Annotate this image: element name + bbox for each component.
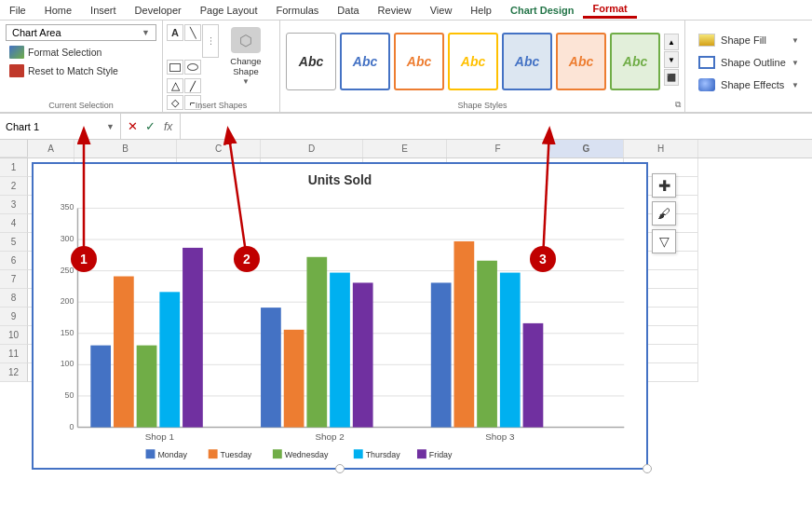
chart-add-btn[interactable]: ✚ — [652, 173, 676, 198]
row-number: 10 — [0, 326, 28, 345]
shape-effects-arrow: ▼ — [792, 81, 799, 89]
menu-insert[interactable]: Insert — [81, 3, 126, 18]
formula-x-btn[interactable]: ✕ — [125, 119, 141, 133]
svg-rect-31 — [431, 282, 452, 427]
swatches-expand-btn[interactable]: ⬛ — [664, 69, 679, 86]
change-shape-btn[interactable]: ⬡ Change Shape ▼ — [221, 24, 271, 89]
format-selection-icon — [9, 46, 24, 59]
chart-overlay[interactable]: Units Sold 0 50 100 150 200 250 300 350 — [32, 162, 648, 470]
svg-rect-37 — [146, 449, 156, 458]
chart-area-dropdown[interactable]: Chart Area ▼ — [6, 24, 156, 41]
style-swatch-3[interactable]: Abc — [394, 33, 444, 90]
svg-rect-34 — [500, 273, 521, 428]
chart-area-label: Chart Area — [12, 27, 142, 38]
formula-controls: ✕ ✓ fx — [121, 114, 181, 139]
svg-text:Units Sold: Units Sold — [308, 172, 372, 187]
menu-formulas[interactable]: Formulas — [267, 3, 329, 18]
menu-data[interactable]: Data — [328, 3, 368, 18]
shape-rect-btn[interactable] — [167, 60, 183, 75]
col-header-g[interactable]: G — [549, 140, 624, 157]
svg-rect-25 — [261, 308, 281, 427]
chart-brush-btn[interactable]: 🖌 — [652, 201, 676, 226]
row-number: 9 — [0, 308, 28, 326]
col-header-d[interactable]: D — [261, 140, 363, 157]
current-selection-label: Current Selection — [0, 101, 162, 110]
svg-text:Shop 3: Shop 3 — [485, 431, 515, 442]
svg-rect-19 — [90, 346, 111, 428]
chart-side-buttons: ✚ 🖌 ▽ — [652, 173, 676, 253]
svg-rect-29 — [353, 282, 373, 427]
shape-more-btn[interactable]: ⋯ — [202, 24, 219, 58]
svg-rect-32 — [453, 241, 474, 428]
swatches-down-btn[interactable]: ▼ — [664, 51, 679, 68]
svg-text:Thursday: Thursday — [366, 450, 401, 459]
shapes-grid: A ╲ ⋯ △ ╱ ◇ ⌐ — [167, 24, 219, 110]
chart-filter-btn[interactable]: ▽ — [652, 229, 676, 253]
shape-line-btn[interactable]: ╲ — [184, 24, 201, 41]
col-header-c[interactable]: C — [177, 140, 261, 157]
svg-rect-43 — [354, 449, 363, 458]
style-swatch-2[interactable]: Abc — [340, 33, 390, 90]
format-selection-btn[interactable]: Format Selection — [6, 44, 156, 61]
col-header-h[interactable]: H — [624, 140, 698, 157]
name-box-arrow[interactable]: ▼ — [106, 122, 115, 131]
style-swatch-5[interactable]: Abc — [502, 33, 552, 90]
menu-file[interactable]: File — [0, 3, 35, 18]
shape-fill-btn[interactable]: Shape Fill ▼ — [693, 31, 805, 49]
shape-outline-btn[interactable]: Shape Outline ▼ — [693, 53, 805, 72]
shape-effects-icon — [698, 78, 715, 91]
formula-check-btn[interactable]: ✓ — [142, 119, 158, 133]
ribbon: Chart Area ▼ Format Selection Reset to M… — [0, 21, 812, 114]
change-shape-label: Change Shape — [225, 56, 266, 77]
svg-rect-22 — [159, 292, 180, 427]
svg-text:Monday: Monday — [157, 450, 187, 459]
svg-rect-26 — [284, 330, 304, 428]
shape-outline-arrow: ▼ — [792, 59, 799, 67]
style-swatch-6[interactable]: Abc — [556, 33, 606, 90]
style-swatch-1[interactable]: Abc — [286, 33, 336, 90]
formula-input[interactable] — [181, 114, 812, 139]
shape-triangle-btn[interactable]: △ — [167, 78, 183, 93]
shape-arrow-btn[interactable]: ╱ — [184, 78, 201, 93]
reset-match-style-btn[interactable]: Reset to Match Style — [6, 62, 156, 79]
svg-text:350: 350 — [61, 202, 74, 212]
col-header-a[interactable]: A — [28, 140, 74, 157]
svg-text:200: 200 — [61, 296, 74, 306]
shape-fill-label: Shape Fill — [721, 34, 766, 46]
style-swatch-4[interactable]: Abc — [448, 33, 498, 90]
shape-oval-btn[interactable] — [184, 60, 201, 75]
menu-chart-design[interactable]: Chart Design — [501, 3, 583, 18]
shape-text-btn[interactable]: A — [167, 24, 183, 41]
shape-effects-btn[interactable]: Shape Effects ▼ — [693, 75, 805, 94]
shape-styles-expand[interactable]: ⧉ — [675, 100, 681, 110]
style-swatch-7[interactable]: Abc — [610, 33, 660, 90]
menu-review[interactable]: Review — [369, 3, 421, 18]
row-number: 5 — [0, 233, 28, 252]
svg-rect-28 — [330, 273, 350, 428]
swatches-up-btn[interactable]: ▲ — [664, 34, 679, 50]
menu-developer[interactable]: Developer — [126, 3, 191, 18]
insert-shapes-label: Insert Shapes — [163, 101, 279, 110]
current-selection-group: Chart Area ▼ Format Selection Reset to M… — [0, 21, 163, 112]
chart-bottom-right-handle[interactable] — [643, 464, 652, 473]
chart-bottom-handle[interactable] — [335, 464, 345, 473]
row-number: 6 — [0, 252, 28, 270]
svg-rect-21 — [137, 346, 157, 428]
name-box[interactable]: Chart 1 ▼ — [0, 114, 121, 139]
row-number: 8 — [0, 289, 28, 308]
menu-home[interactable]: Home — [35, 3, 81, 18]
col-header-b[interactable]: B — [74, 140, 177, 157]
menu-format[interactable]: Format — [583, 1, 636, 19]
change-shape-arrow: ▼ — [242, 77, 250, 86]
reset-style-label: Reset to Match Style — [28, 65, 118, 76]
col-header-f[interactable]: F — [447, 140, 549, 157]
chart-svg: Units Sold 0 50 100 150 200 250 300 350 — [34, 164, 646, 468]
formula-fx-label: fx — [160, 120, 176, 133]
change-shape-icon: ⬡ — [231, 27, 261, 53]
menu-help[interactable]: Help — [461, 3, 501, 18]
menu-view[interactable]: View — [421, 3, 462, 18]
menu-page-layout[interactable]: Page Layout — [191, 3, 267, 18]
col-header-e[interactable]: E — [363, 140, 447, 157]
svg-text:Shop 2: Shop 2 — [316, 431, 345, 442]
svg-rect-27 — [306, 257, 327, 428]
